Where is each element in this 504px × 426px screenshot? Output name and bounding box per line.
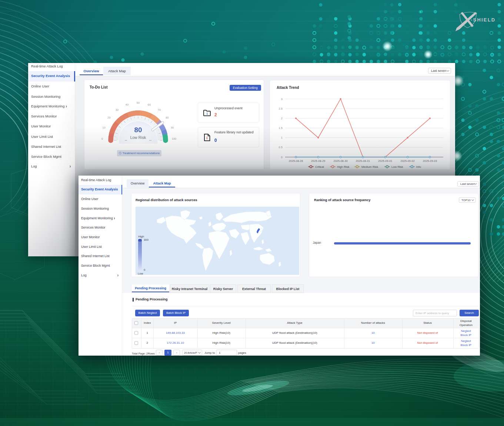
svg-text:i: i (207, 112, 208, 116)
svg-text:-SHIELD: -SHIELD (471, 17, 495, 23)
svg-text:i: i (206, 136, 207, 140)
